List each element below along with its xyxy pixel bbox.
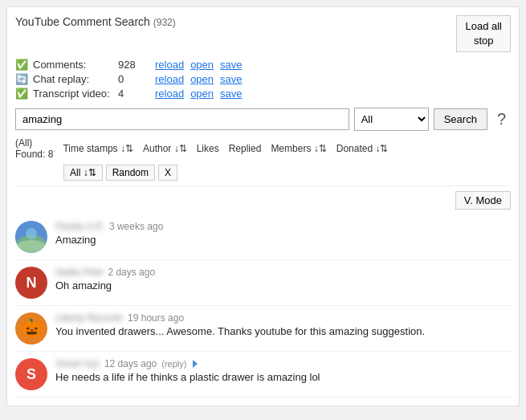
load-stop-line1: Load all: [465, 20, 502, 32]
found-all-label: (All): [15, 137, 53, 149]
transcript-label: Transcript video:: [33, 88, 113, 100]
comment-author: Smart Azz: [55, 358, 100, 369]
comment-item: S Smart Azz 12 days ago (reply) He needs…: [15, 352, 511, 398]
stat-row-transcript: ✅ Transcript video: 4 reload open save: [15, 88, 511, 100]
chat-actions: reload open save: [155, 73, 243, 85]
comment-meta: Nadia Pete 2 days ago: [55, 267, 511, 278]
load-stop-button[interactable]: Load all stop: [456, 15, 511, 52]
v-mode-row: V. Mode: [15, 191, 511, 210]
filter-replied[interactable]: Replied: [226, 141, 265, 156]
comment-item: 🎃 Liberty Records 19 hours ago You inven…: [15, 306, 511, 352]
chat-save[interactable]: save: [220, 73, 242, 85]
transcript-save[interactable]: save: [220, 88, 242, 100]
transcript-value: 4: [118, 88, 150, 100]
filter-random[interactable]: Random: [106, 165, 155, 181]
comment-meta: Panda A.R. 3 weeks ago: [55, 221, 511, 232]
comment-item: N Nadia Pete 2 days ago Oh amazing: [15, 260, 511, 306]
filter-likes[interactable]: Likes: [194, 141, 222, 156]
second-filter-row: All ↓⇅ Random X: [63, 165, 177, 181]
load-stop-line2: stop: [474, 35, 494, 47]
comments-save[interactable]: save: [220, 59, 242, 71]
comment-meta: Smart Azz 12 days ago (reply): [55, 358, 511, 369]
comment-time: 2 days ago: [108, 267, 155, 278]
comment-text: Oh amazing: [55, 279, 511, 292]
comment-reply-tag: (reply): [161, 359, 186, 369]
avatar: [15, 221, 47, 253]
comment-meta: Liberty Records 19 hours ago: [55, 312, 511, 324]
stat-row-comments: ✅ Comments: 928 reload open save: [15, 59, 511, 71]
comment-body: Panda A.R. 3 weeks ago Amazing: [55, 221, 511, 246]
v-mode-button[interactable]: V. Mode: [455, 191, 511, 210]
chat-label: Chat replay:: [33, 73, 113, 85]
main-container: YouTube Comment Search (932) Load all st…: [6, 6, 520, 406]
comment-body: Liberty Records 19 hours ago You invente…: [55, 312, 511, 337]
title-count: (932): [153, 17, 176, 28]
comment-author: Panda A.R.: [55, 221, 104, 232]
filter-bar: (All) Found: 8 Time stamps ↓⇅ Author ↓⇅ …: [15, 137, 511, 186]
filter-members[interactable]: Members ↓⇅: [267, 141, 329, 156]
comment-author: Nadia Pete: [55, 267, 103, 278]
comment-text: He needs a life if he thinks a plastic d…: [55, 371, 511, 383]
filter-all-sort[interactable]: All ↓⇅: [63, 165, 103, 181]
search-input[interactable]: [15, 108, 349, 130]
title-text: YouTube Comment Search: [15, 15, 150, 28]
reply-triangle-icon[interactable]: [193, 360, 198, 368]
filter-donated[interactable]: Donated ↓⇅: [333, 141, 392, 156]
app-title: YouTube Comment Search (932): [15, 15, 176, 28]
comment-text: Amazing: [55, 234, 511, 246]
filter-select[interactable]: All Comments Chat Transcript: [354, 108, 429, 131]
help-button[interactable]: ?: [492, 110, 511, 128]
comment-time: 3 weeks ago: [109, 221, 163, 232]
comment-body: Nadia Pete 2 days ago Oh amazing: [55, 267, 511, 292]
comment-time: 12 days ago: [104, 358, 157, 369]
filter-author[interactable]: Author ↓⇅: [140, 141, 190, 156]
transcript-icon: ✅: [15, 88, 28, 100]
comment-body: Smart Azz 12 days ago (reply) He needs a…: [55, 358, 511, 383]
found-count-label: Found: 8: [15, 149, 53, 160]
filter-timestamps[interactable]: Time stamps ↓⇅: [59, 141, 137, 156]
stats-section: ✅ Comments: 928 reload open save 🔄 Chat …: [15, 59, 511, 100]
search-row: All Comments Chat Transcript Search ?: [15, 108, 511, 131]
comment-time: 19 hours ago: [128, 312, 184, 324]
avatar: S: [15, 358, 47, 390]
search-button[interactable]: Search: [434, 108, 487, 130]
transcript-open[interactable]: open: [190, 88, 214, 100]
comments-list: Panda A.R. 3 weeks ago Amazing N Nadia P…: [15, 214, 511, 398]
comments-open[interactable]: open: [190, 59, 214, 71]
filter-clear[interactable]: X: [158, 165, 177, 181]
comment-item: Panda A.R. 3 weeks ago Amazing: [15, 214, 511, 260]
chat-reload[interactable]: reload: [155, 73, 184, 85]
chat-value: 0: [118, 73, 150, 85]
found-section: (All) Found: 8: [15, 137, 53, 160]
transcript-actions: reload open save: [155, 88, 243, 100]
comments-value: 928: [118, 59, 150, 71]
comment-text: You invented drawers... Awesome. Thanks …: [55, 325, 511, 337]
comments-actions: reload open save: [155, 59, 243, 71]
stat-row-chat: 🔄 Chat replay: 0 reload open save: [15, 73, 511, 85]
chat-icon: 🔄: [15, 73, 28, 85]
svg-point-3: [26, 228, 37, 239]
comments-reload[interactable]: reload: [155, 59, 184, 71]
chat-open[interactable]: open: [190, 73, 214, 85]
svg-point-2: [17, 240, 46, 253]
header-row: YouTube Comment Search (932) Load all st…: [15, 15, 511, 52]
comments-label: Comments:: [33, 59, 113, 71]
avatar: N: [15, 267, 47, 299]
transcript-reload[interactable]: reload: [155, 88, 184, 100]
comments-icon: ✅: [15, 59, 28, 71]
comment-author: Liberty Records: [55, 312, 123, 324]
avatar: 🎃: [15, 312, 47, 345]
